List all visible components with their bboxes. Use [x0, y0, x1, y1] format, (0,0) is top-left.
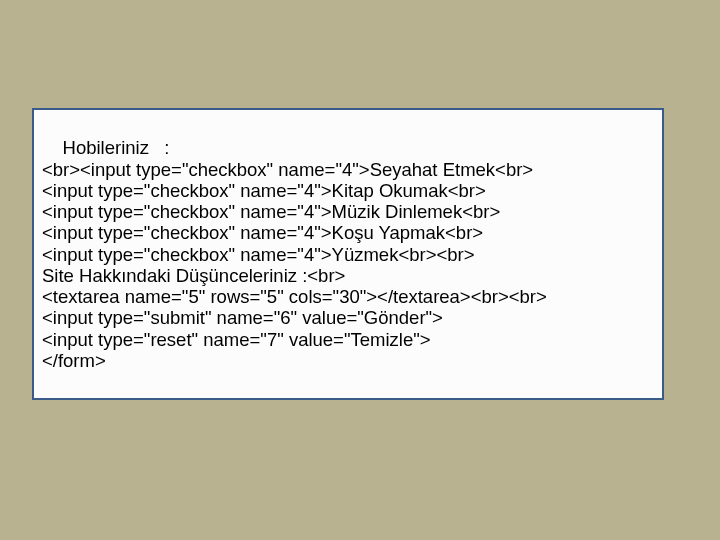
code-line: <input type="checkbox" name="4">Müzik Di… [42, 201, 500, 222]
code-block: Hobileriniz : <br><input type="checkbox"… [42, 116, 654, 392]
code-line: Site Hakkındaki Düşünceleriniz :<br> [42, 265, 345, 286]
code-line: <input type="checkbox" name="4">Kitap Ok… [42, 180, 486, 201]
code-panel: Hobileriniz : <br><input type="checkbox"… [32, 108, 664, 400]
code-line: <input type="checkbox" name="4">Yüzmek<b… [42, 244, 475, 265]
code-line: <input type="reset" name="7" value="Temi… [42, 329, 431, 350]
code-line: Hobileriniz : [63, 137, 170, 158]
code-line: <br><input type="checkbox" name="4">Seya… [42, 159, 533, 180]
code-line: </form> [42, 350, 106, 371]
code-line: <input type="submit" name="6" value="Gön… [42, 307, 443, 328]
code-line: <input type="checkbox" name="4">Koşu Yap… [42, 222, 483, 243]
code-line: <textarea name="5" rows="5" cols="30"></… [42, 286, 547, 307]
